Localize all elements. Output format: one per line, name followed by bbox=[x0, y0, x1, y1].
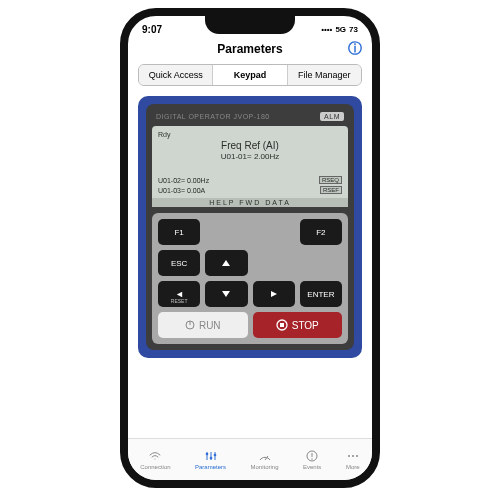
gauge-icon bbox=[258, 449, 272, 463]
svg-point-9 bbox=[311, 458, 312, 459]
lcd-footer: HELP FWD DATA bbox=[152, 198, 348, 207]
device-frame: DIGITAL OPERATOR JVOP-180 ALM Rdy Freq R… bbox=[138, 96, 362, 358]
status-time: 9:07 bbox=[142, 24, 162, 35]
tab-file-manager[interactable]: File Manager bbox=[287, 65, 361, 85]
lcd-row-badge: RSEF bbox=[320, 186, 342, 194]
operator-model: DIGITAL OPERATOR JVOP-180 bbox=[156, 113, 270, 120]
svg-point-11 bbox=[352, 455, 354, 457]
tab-more[interactable]: More bbox=[346, 449, 360, 470]
f2-button[interactable]: F2 bbox=[300, 219, 342, 245]
battery-label: 73 bbox=[349, 25, 358, 34]
enter-button[interactable]: ENTER bbox=[300, 281, 342, 307]
page-title: Parameters bbox=[217, 42, 282, 56]
lcd-row-badge: RSEQ bbox=[319, 176, 342, 184]
f1-button[interactable]: F1 bbox=[158, 219, 200, 245]
signal-icon: •••• bbox=[321, 25, 332, 34]
stop-button[interactable]: STOP bbox=[253, 312, 343, 338]
svg-point-4 bbox=[209, 457, 212, 460]
more-icon bbox=[346, 449, 360, 463]
svg-point-10 bbox=[348, 455, 350, 457]
lcd-sub: U01-01= 2.00Hz bbox=[158, 152, 342, 161]
svg-point-12 bbox=[356, 455, 358, 457]
segment-control: Quick Access Keypad File Manager bbox=[138, 64, 362, 86]
sliders-icon bbox=[204, 449, 218, 463]
svg-rect-2 bbox=[280, 323, 284, 327]
up-button[interactable] bbox=[205, 250, 247, 276]
run-button[interactable]: RUN bbox=[158, 312, 248, 338]
phone-frame: 9:07 •••• 5G 73 Parameters ⓘ Quick Acces… bbox=[120, 8, 380, 488]
right-button[interactable] bbox=[253, 281, 295, 307]
network-label: 5G bbox=[335, 25, 346, 34]
notch bbox=[205, 16, 295, 34]
tab-bar: Connection Parameters Monitoring Events … bbox=[128, 438, 372, 480]
lcd-screen: Rdy Freq Ref (AI) U01-01= 2.00Hz U01-02=… bbox=[152, 126, 348, 207]
tab-connection[interactable]: Connection bbox=[140, 449, 170, 470]
svg-point-3 bbox=[205, 453, 208, 456]
tab-monitoring[interactable]: Monitoring bbox=[251, 449, 279, 470]
tab-events[interactable]: Events bbox=[303, 449, 321, 470]
lcd-row-label: U01-03= 0.00A bbox=[158, 187, 205, 194]
alm-badge: ALM bbox=[320, 112, 344, 121]
lcd-row-label: U01-02= 0.00Hz bbox=[158, 177, 209, 184]
tab-quick-access[interactable]: Quick Access bbox=[139, 65, 212, 85]
lcd-row: U01-02= 0.00Hz RSEQ bbox=[158, 175, 342, 185]
wifi-icon bbox=[148, 449, 162, 463]
keypad: F1 F2 ESC RESET bbox=[152, 213, 348, 344]
lcd-ready: Rdy bbox=[158, 131, 342, 138]
tab-parameters[interactable]: Parameters bbox=[195, 449, 226, 470]
tab-keypad[interactable]: Keypad bbox=[212, 65, 286, 85]
info-icon[interactable]: ⓘ bbox=[348, 40, 362, 58]
svg-point-5 bbox=[213, 454, 216, 457]
lcd-row: U01-03= 0.00A RSEF bbox=[158, 185, 342, 195]
reset-button[interactable]: RESET bbox=[158, 281, 200, 307]
nav-bar: Parameters ⓘ bbox=[128, 38, 372, 60]
lcd-title: Freq Ref (AI) bbox=[158, 140, 342, 151]
esc-button[interactable]: ESC bbox=[158, 250, 200, 276]
alert-icon bbox=[305, 449, 319, 463]
down-button[interactable] bbox=[205, 281, 247, 307]
